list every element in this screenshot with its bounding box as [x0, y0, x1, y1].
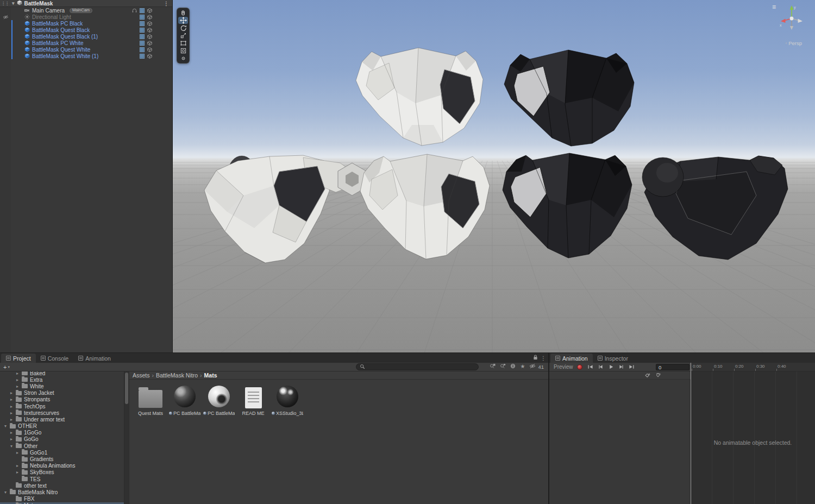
playhead-line[interactable]: [691, 363, 691, 504]
panel-menu-icon[interactable]: ⋮: [164, 1, 169, 7]
grid-icon[interactable]: [140, 54, 145, 59]
cube-icon[interactable]: [147, 47, 152, 52]
scene-visibility-toggle-icon[interactable]: [1, 14, 10, 20]
scale-tool[interactable]: [178, 32, 188, 39]
info-icon[interactable]: [510, 363, 516, 370]
folder-item-skyboxes[interactable]: ▸SkyBoxes: [0, 469, 124, 476]
cube-icon[interactable]: [147, 34, 152, 39]
rotate-tool[interactable]: [178, 24, 188, 32]
folder-item-other[interactable]: ▾Other: [0, 443, 124, 449]
add-event-icon[interactable]: [655, 373, 661, 380]
cube-icon[interactable]: [147, 41, 152, 46]
folder-item-other[interactable]: ▾OTHER: [0, 423, 124, 430]
folder-item-fbx[interactable]: FBX: [0, 496, 124, 502]
scene-overlay-menu-icon[interactable]: ≡: [772, 4, 776, 10]
fold-arrow-icon[interactable]: ▸: [9, 437, 14, 442]
fold-arrow-icon[interactable]: ▸: [9, 404, 14, 409]
timeline-ruler[interactable]: 0:000:100:200:300:40: [691, 363, 815, 371]
cube-icon[interactable]: [147, 54, 152, 59]
last-frame-button[interactable]: [628, 364, 636, 370]
search-by-type-icon[interactable]: [490, 363, 496, 370]
scene-header[interactable]: ⋮⋮ ▾ BattleMask ⋮: [0, 0, 172, 7]
projection-mode-label[interactable]: ‹ Persp: [786, 40, 803, 46]
scene-orientation-gizmo[interactable]: y x: [779, 3, 804, 35]
folder-item-battlemask-nitro[interactable]: ▾BattleMask Nitro: [0, 489, 124, 495]
search-input[interactable]: [367, 364, 475, 370]
folder-item-1gogo[interactable]: ▸1GoGo: [0, 430, 124, 436]
folder-item-extra[interactable]: ▸Extra: [0, 376, 124, 383]
tree-scrollbar-thumb[interactable]: [125, 373, 128, 404]
folder-item-tes[interactable]: TES: [0, 476, 124, 482]
custom-tool[interactable]: [178, 55, 188, 62]
hierarchy-item-battlemask-quest-white-1[interactable]: BattleMask Quest White (1): [0, 53, 172, 59]
folder-item-gradients[interactable]: Gradients: [0, 456, 124, 462]
folder-item-texturescurves[interactable]: ▸texturescurves: [0, 410, 124, 416]
fold-arrow-icon[interactable]: ▸: [15, 377, 20, 382]
cube-icon[interactable]: [147, 21, 152, 26]
transform-tool[interactable]: [178, 47, 188, 54]
scene-view[interactable]: ≡ y x ‹ Persp: [173, 0, 815, 353]
right-tab-inspector[interactable]: Inspector: [593, 354, 633, 363]
move-tool[interactable]: [178, 17, 188, 24]
rect-tool[interactable]: [178, 40, 188, 47]
next-key-button[interactable]: [617, 364, 625, 370]
grid-icon[interactable]: [140, 21, 145, 26]
asset-read-me[interactable]: READ ME: [237, 384, 269, 416]
hierarchy-item-battlemask-pc-black[interactable]: BattleMask PC Black: [0, 20, 172, 27]
folder-item-white[interactable]: ▸White: [0, 383, 124, 389]
headphones-icon[interactable]: [132, 8, 137, 13]
folder-item-stronpants[interactable]: ▸Stronpants: [0, 396, 124, 403]
folder-item-nebula-animations[interactable]: ▸Nebula Animations: [0, 463, 124, 469]
hierarchy-item-battlemask-quest-black-1[interactable]: BattleMask Quest Black (1): [0, 33, 172, 40]
grid-icon[interactable]: [140, 41, 145, 46]
grid-icon[interactable]: [140, 28, 145, 33]
scene-foldout-icon[interactable]: ▾: [12, 1, 15, 6]
fold-arrow-icon[interactable]: ▸: [15, 384, 20, 389]
fold-arrow-icon[interactable]: ▾: [9, 444, 14, 449]
cube-icon[interactable]: [147, 8, 152, 13]
asset-pc-battlema[interactable]: PC BattleMa...: [203, 384, 235, 416]
project-tab-animation[interactable]: Animation: [73, 354, 116, 363]
folder-item-techops[interactable]: ▸TechOps: [0, 403, 124, 410]
hierarchy-item-battlemask-quest-black[interactable]: BattleMask Quest Black: [0, 27, 172, 33]
folder-item-under-armor-text[interactable]: ▸Under armor text: [0, 416, 124, 423]
hierarchy-item-battlemask-pc-white[interactable]: BattleMask PC White: [0, 40, 172, 46]
play-button[interactable]: [607, 364, 615, 370]
previous-key-button[interactable]: [597, 364, 605, 370]
create-asset-button[interactable]: + ▾: [3, 364, 10, 370]
breadcrumb-segment-assets[interactable]: Assets: [133, 372, 150, 379]
fold-arrow-icon[interactable]: ▸: [9, 430, 14, 435]
record-button[interactable]: [577, 364, 582, 370]
grid-icon[interactable]: [140, 47, 145, 52]
project-tab-project[interactable]: Project: [1, 354, 36, 363]
grid-icon[interactable]: [140, 8, 145, 13]
folder-item-other-text[interactable]: other text: [0, 482, 124, 489]
right-tab-animation[interactable]: Animation: [550, 354, 593, 363]
project-tab-console[interactable]: Console: [36, 354, 74, 363]
add-keyframe-icon[interactable]: [644, 373, 650, 380]
timeline-area[interactable]: No animatable object selected.: [691, 371, 815, 504]
asset-xsstudio-3l[interactable]: XSStudio_3L...: [272, 384, 303, 416]
panel-menu-icon[interactable]: ⋮: [541, 355, 546, 361]
fold-arrow-icon[interactable]: ▸: [15, 470, 20, 475]
lock-icon[interactable]: [533, 355, 538, 361]
fold-arrow-icon[interactable]: ▸: [15, 463, 20, 468]
view-tool[interactable]: [178, 9, 188, 16]
breadcrumb-segment-battlemask-nitro[interactable]: BattleMask Nitro: [156, 372, 198, 379]
fold-arrow-icon[interactable]: ▸: [9, 390, 14, 395]
search-by-label-icon[interactable]: [500, 363, 506, 370]
folder-item-baked[interactable]: ▸Baked: [0, 371, 124, 376]
asset-pc-battlema[interactable]: PC BattleMa...: [169, 384, 200, 416]
breadcrumb-segment-mats[interactable]: Mats: [204, 372, 217, 379]
fold-arrow-icon[interactable]: ▸: [9, 397, 14, 402]
folder-item-gogo[interactable]: ▸GoGo: [0, 436, 124, 443]
save-search-star-icon[interactable]: ★: [520, 364, 525, 369]
hierarchy-item-battlemask-quest-white[interactable]: BattleMask Quest White: [0, 46, 172, 53]
asset-quest-mats[interactable]: Quest Mats: [135, 384, 166, 416]
preview-button[interactable]: Preview: [554, 364, 573, 370]
fold-arrow-icon[interactable]: ▾: [3, 490, 8, 495]
fold-arrow-icon[interactable]: ▸: [9, 411, 14, 415]
grid-icon[interactable]: [140, 15, 145, 20]
fold-arrow-icon[interactable]: ▸: [15, 371, 20, 376]
tree-scrollbar[interactable]: [124, 371, 129, 504]
